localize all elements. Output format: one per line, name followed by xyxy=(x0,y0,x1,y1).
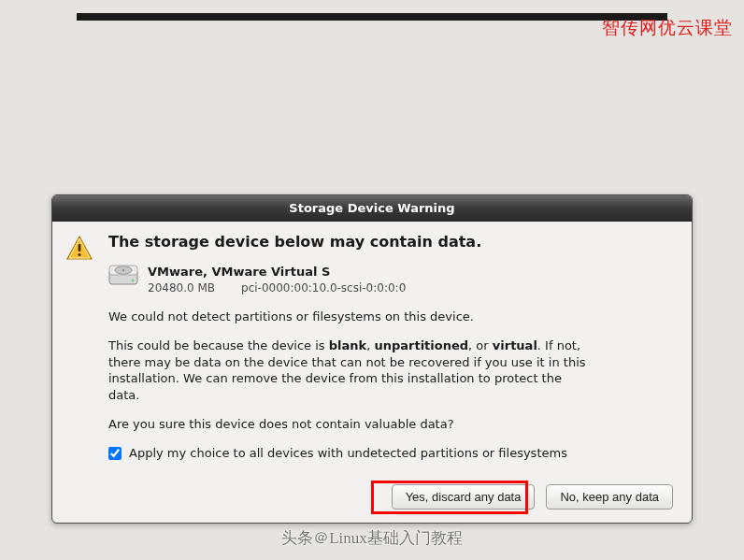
device-model-label: VMware, VMware Virtual S xyxy=(148,264,406,280)
warning-heading: The storage device below may contain dat… xyxy=(108,233,677,251)
storage-device-row: VMware, VMware Virtual S 20480.0 MB pci-… xyxy=(108,264,677,295)
emph-unpartitioned: unpartitioned xyxy=(374,338,468,352)
brand-watermark-top: 智传网优云课堂 xyxy=(602,16,733,40)
apply-all-checkbox[interactable] xyxy=(108,447,122,460)
dialog-button-bar: Yes, discard any data No, keep any data xyxy=(108,484,677,510)
apply-all-label: Apply my choice to all devices with unde… xyxy=(129,446,567,460)
storage-warning-dialog: Storage Device Warning The storage devic… xyxy=(51,194,693,524)
detect-message: We could not detect partitions or filesy… xyxy=(108,309,594,325)
svg-point-7 xyxy=(122,269,124,271)
footer-watermark: 头条＠Linux基础入门教程 xyxy=(281,527,463,549)
dialog-titlebar: Storage Device Warning xyxy=(52,195,692,222)
svg-rect-2 xyxy=(79,244,81,251)
discard-data-button[interactable]: Yes, discard any data xyxy=(392,484,536,510)
explain-message: This could be because the device is blan… xyxy=(108,337,594,403)
window-top-border xyxy=(77,13,667,21)
warning-icon xyxy=(65,251,93,266)
hard-disk-icon xyxy=(108,277,138,291)
device-path-label: pci-0000:00:10.0-scsi-0:0:0:0 xyxy=(241,280,406,295)
confirm-question: Are you sure this device does not contai… xyxy=(108,416,594,433)
emph-virtual: virtual xyxy=(493,338,537,352)
explain-prefix: This could be because the device is xyxy=(108,338,329,352)
sep2: , or xyxy=(468,338,493,352)
svg-point-3 xyxy=(79,253,81,256)
emph-blank: blank xyxy=(329,338,366,352)
svg-point-8 xyxy=(132,280,135,282)
apply-all-checkbox-row[interactable]: Apply my choice to all devices with unde… xyxy=(108,446,677,460)
keep-data-button[interactable]: No, keep any data xyxy=(546,484,673,510)
device-size-label: 20480.0 MB xyxy=(148,280,215,295)
